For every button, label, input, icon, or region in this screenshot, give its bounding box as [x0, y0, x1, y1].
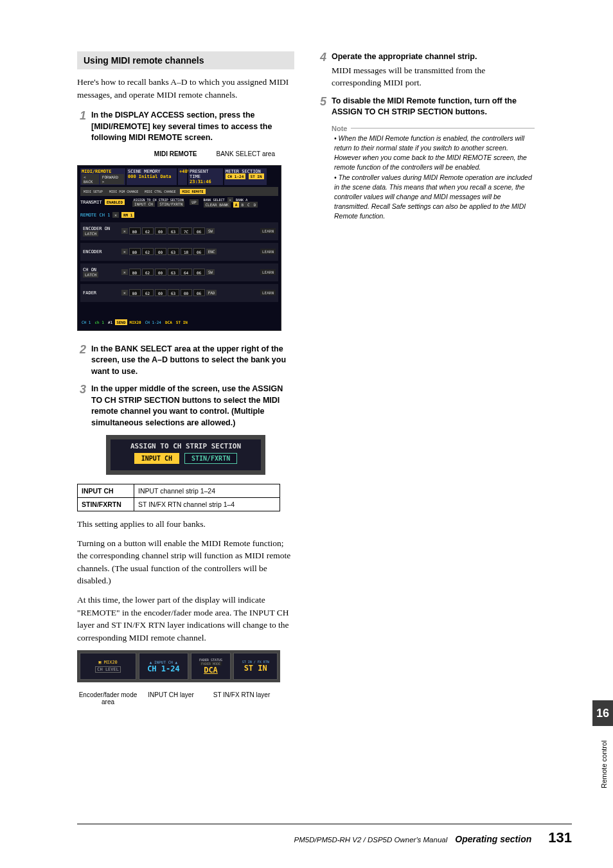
label-stin-fxrtn-layer: ST IN/FX RTN layer — [203, 687, 280, 705]
def-val: INPUT channel strip 1–24 — [134, 484, 280, 498]
ss-hex: 06 — [193, 289, 205, 296]
ss-bottom-stin: ST IN — [175, 319, 189, 325]
body-para: Turning on a button will enable the MIDI… — [77, 537, 294, 587]
step-heading: Operate the appropriate channel strip. — [332, 52, 477, 61]
ss-rm: RM 1 — [121, 212, 134, 218]
label-input-ch-layer: INPUT CH layer — [139, 687, 203, 705]
ss-tag: SW — [206, 228, 215, 234]
ss-transmit: TRANSMIT — [80, 200, 102, 205]
step-3: 3 In the upper middle of the screen, use… — [77, 384, 294, 429]
ss-inch-btn: INPUT CH — [132, 201, 155, 207]
ss-up: UP — [190, 199, 198, 205]
ss-hex: 62 — [142, 289, 154, 296]
label-bank-select: BANK SELECT area — [216, 150, 275, 157]
ss-row-label: FADER — [83, 290, 120, 296]
ss-scene-label: SCENE MEMORY — [128, 169, 175, 174]
ss-bottom-dca: DCA — [164, 319, 173, 325]
label-midi-remote: MIDI REMOTE — [154, 150, 197, 157]
lp-inputch-label: INPUT CH — [154, 660, 173, 664]
ss-hex: 63 — [168, 227, 179, 235]
ss-remote-ch: REMOTE CH 1 — [80, 213, 110, 218]
ss-hex: 00 — [155, 289, 166, 296]
note-item: The controller values during MIDI Remote… — [334, 173, 535, 222]
assign-panel-title: ASSIGN TO CH STRIP SECTION — [113, 442, 258, 450]
table-row: STIN/FXRTNST IN/FX RTN channel strip 1–4 — [78, 498, 280, 511]
ss-bottom-send: SEND — [115, 319, 127, 325]
midi-remote-screenshot: MIDI/REMOTE < BACKFORWARD > SCENE MEMORY… — [77, 165, 281, 331]
ss-bottom-assign: #1 — [107, 319, 114, 325]
ss-hex: 64 — [181, 269, 192, 276]
body-para: At this time, the lower part of the disp… — [77, 594, 294, 644]
step-text: Operate the appropriate channel strip. M… — [332, 51, 535, 89]
ss-hex: 63 — [168, 269, 179, 276]
ss-hex: 06 — [193, 269, 205, 276]
chapter-tab: 16 — [592, 700, 613, 726]
ss-row-encoder-on: ENCODER ON LATCH ✕ B06200637C06 SW LEARN — [80, 222, 278, 240]
step-number: 3 — [77, 384, 86, 429]
assign-stin-fxrtn-btn: STIN/FXRTN — [184, 453, 237, 464]
ss-bank-d: D — [252, 202, 258, 208]
ss-time-label: PRESENT TIME — [190, 169, 222, 179]
ss-learn-btn: LEARN — [260, 228, 276, 234]
ss-hex: B0 — [129, 289, 141, 296]
lp-dca: DCA — [204, 666, 218, 675]
ss-scene: 000 Initial Data — [128, 174, 175, 179]
ss-latch-btn: LATCH — [83, 272, 98, 278]
ss-bank-b: B — [239, 202, 245, 208]
ss-hex: 18 — [181, 248, 192, 255]
ss-bottom-chname: ch 1 — [93, 319, 105, 325]
ss-tag: ENC — [206, 249, 217, 254]
step-number: 2 — [77, 344, 86, 378]
ss-row-fader: FADER ✕ B06200630006 FAD LEARN — [80, 284, 278, 302]
step-4: 4 Operate the appropriate channel strip.… — [317, 51, 535, 89]
ss-tag: FAD — [206, 290, 217, 296]
note-label: Note — [332, 125, 347, 132]
ss-latch-btn: LATCH — [83, 231, 98, 236]
ss-bank-select-label: BANK SELECT — [204, 198, 225, 202]
def-val: ST IN/FX RTN channel strip 1–4 — [134, 498, 280, 511]
ss-hex: 00 — [155, 227, 166, 235]
step-text: In the BANK SELECT area at the upper rig… — [91, 344, 294, 378]
definitions-table: INPUT CHINPUT channel strip 1–24 STIN/FX… — [77, 484, 280, 511]
note-item: When the MIDI Remote function is enabled… — [334, 134, 535, 173]
ss-learn-btn: LEARN — [260, 290, 276, 296]
ss-hex: 62 — [142, 248, 154, 255]
ss-time: 23:31:46 — [190, 179, 222, 184]
ss-bank-c: C — [245, 202, 252, 208]
ss-hex: 63 — [168, 289, 179, 296]
ss-hex: 62 — [142, 227, 154, 235]
ss-bottom-ch: CH 1 — [80, 319, 92, 325]
ss-bottom-ch124: CH 1-24 — [144, 319, 163, 325]
footer-manual: PM5D/PM5D-RH V2 / DSP5D Owner's Manual — [294, 836, 448, 844]
step-number: 5 — [317, 96, 326, 118]
ss-row-label: ENCODER — [83, 249, 120, 254]
body-para: This setting applies to all four banks. — [77, 518, 294, 531]
ss-hex: B0 — [129, 227, 141, 235]
def-key: INPUT CH — [78, 484, 134, 498]
screenshot-labels: MIDI REMOTE BANK SELECT area — [77, 150, 294, 157]
step-number: 4 — [317, 51, 326, 89]
layer-panel-screenshot: ▣ MIX20 CH LEVEL ▲ INPUT CH ▲ CH 1-24 FA… — [77, 650, 280, 682]
step-1: 1 In the DISPLAY ACCESS section, press t… — [77, 110, 294, 144]
ss-hex: B0 — [129, 248, 141, 255]
step-text: In the upper middle of the screen, use t… — [91, 384, 294, 429]
lp-chlevel: CH LEVEL — [95, 666, 121, 673]
step-text: In the DISPLAY ACCESS section, press the… — [91, 110, 294, 144]
page-footer: PM5D/PM5D-RH V2 / DSP5D Owner's Manual O… — [77, 824, 572, 846]
note-rule — [351, 128, 535, 128]
lp-ch124: CH 1-24 — [147, 664, 180, 673]
step-body: MIDI messages will be transmitted from t… — [332, 64, 535, 89]
lp-mix: MIX20 — [104, 660, 118, 665]
assign-panel-screenshot: ASSIGN TO CH STRIP SECTION INPUT CH STIN… — [106, 435, 265, 475]
label-encoder-fader: Encoder/fader mode area — [77, 687, 139, 705]
ss-hex: B0 — [129, 269, 141, 276]
note-heading: Note — [332, 125, 535, 132]
ss-learn-btn: LEARN — [260, 249, 276, 254]
ss-title: MIDI/REMOTE — [82, 169, 124, 174]
step-number: 1 — [77, 110, 86, 144]
chapter-label: Remote control — [600, 732, 608, 797]
ss-bank-a-label: BANK A — [236, 198, 247, 202]
ss-hex: 62 — [142, 269, 154, 276]
layer-labels: Encoder/fader mode area INPUT CH layer S… — [77, 687, 294, 705]
note-list: When the MIDI Remote function is enabled… — [332, 134, 535, 222]
